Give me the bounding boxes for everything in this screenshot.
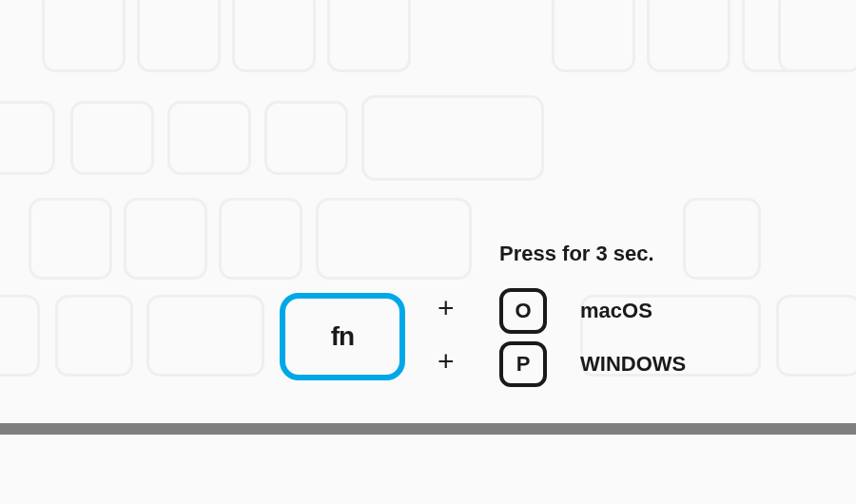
bg-key <box>264 101 348 175</box>
bg-key <box>29 198 112 280</box>
bg-key <box>552 0 635 72</box>
bg-key <box>146 295 264 377</box>
instruction-text: Press for 3 sec. <box>499 242 654 266</box>
os-label-windows: WINDOWS <box>580 352 686 377</box>
keyboard-edge <box>0 423 856 435</box>
bg-key <box>316 198 472 280</box>
key-o-label: O <box>515 299 531 323</box>
bg-key <box>219 198 302 280</box>
key-p[interactable]: P <box>499 341 547 387</box>
os-label-macos: macOS <box>580 299 652 323</box>
key-o[interactable]: O <box>499 288 547 334</box>
bg-key <box>683 198 761 280</box>
bg-key <box>778 0 856 72</box>
bg-key <box>232 0 316 72</box>
bg-key <box>42 0 126 72</box>
fn-key-label: fn <box>331 321 354 352</box>
bg-key <box>0 295 40 377</box>
bg-key <box>647 0 730 72</box>
key-p-label: P <box>516 352 531 377</box>
bg-key <box>137 0 221 72</box>
bg-key <box>0 101 55 175</box>
plus-icon: + <box>438 345 455 378</box>
fn-key[interactable]: fn <box>280 293 405 380</box>
bg-key <box>167 101 251 175</box>
bg-key <box>327 0 411 72</box>
bg-key <box>361 95 544 181</box>
bg-key <box>70 101 154 175</box>
bg-key <box>776 295 856 377</box>
bg-key <box>124 198 207 280</box>
bg-key <box>55 295 133 377</box>
plus-icon: + <box>438 292 455 324</box>
